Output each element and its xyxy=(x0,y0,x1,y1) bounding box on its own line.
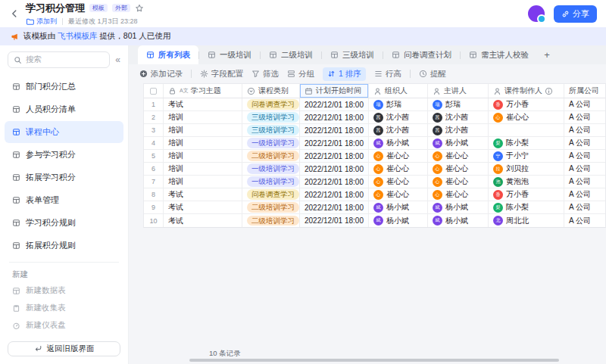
sidebar-item-course-center[interactable]: 课程中心 xyxy=(5,121,123,143)
col-category[interactable]: 课程类别 xyxy=(242,84,300,98)
col-start-time[interactable]: 计划开始时间 xyxy=(300,84,369,98)
col-organizer[interactable]: 组织人 xyxy=(369,84,428,98)
company-cell[interactable]: A 公司 xyxy=(564,188,605,201)
col-courseware-maker[interactable]: 课件制作人 xyxy=(489,84,564,98)
courseware-maker-cell[interactable] xyxy=(489,124,564,136)
tab-level3-training[interactable]: 三级培训 xyxy=(322,45,383,64)
tab-speaker-verification[interactable]: 需主讲人校验 xyxy=(461,45,537,64)
horizontal-scrollbar[interactable] xyxy=(189,359,559,362)
category-cell[interactable]: 问卷调查学习 xyxy=(242,188,300,201)
col-topic[interactable]: A文学习主题 xyxy=(164,84,242,98)
courseware-maker-cell[interactable]: 北周北北 xyxy=(489,214,564,227)
speaker-cell[interactable]: 斌杨小斌 xyxy=(428,137,489,149)
sidebar-item-member-points-list[interactable]: 人员积分清单 xyxy=(5,98,123,120)
speaker-cell[interactable]: 茜沈小茜 xyxy=(428,124,489,136)
company-cell[interactable]: A 公司 xyxy=(564,137,605,149)
courseware-maker-cell[interactable]: 拉刘贝拉 xyxy=(489,163,564,175)
speaker-cell[interactable]: 心崔心心 xyxy=(428,163,489,175)
company-cell[interactable]: A 公司 xyxy=(564,111,605,123)
speaker-cell[interactable]: 斌杨小斌 xyxy=(428,201,489,213)
category-cell[interactable]: 问卷调查学习 xyxy=(242,98,300,110)
col-company[interactable]: 所属公司 xyxy=(564,84,605,98)
speaker-cell[interactable]: 斌杨小斌 xyxy=(428,214,489,227)
organizer-cell[interactable]: 心崔心心 xyxy=(369,150,428,162)
table-row[interactable]: 9考试二级培训学习2022/12/0118:00斌杨小斌斌杨小斌梨陈小梨A 公司 xyxy=(144,201,605,214)
start-time-cell[interactable]: 2022/12/0118:00 xyxy=(300,98,369,110)
speaker-cell[interactable]: 瑞彭瑞 xyxy=(428,98,489,110)
company-cell[interactable]: A 公司 xyxy=(564,98,605,110)
new-datasheet-button[interactable]: 新建数据表 xyxy=(0,282,128,300)
sidebar-item-extended-learning-points[interactable]: 拓展学习积分 xyxy=(5,166,123,188)
filter-button[interactable]: 筛选 xyxy=(251,69,279,79)
topic-cell[interactable]: 培训 xyxy=(164,150,242,162)
remind-button[interactable]: 提醒 xyxy=(419,69,446,79)
organizer-cell[interactable]: 茜沈小茜 xyxy=(369,111,428,123)
company-cell[interactable]: A 公司 xyxy=(564,201,605,213)
courseware-maker-cell[interactable]: 泡黄泡泡 xyxy=(489,176,564,188)
courseware-maker-cell[interactable]: 香万小香 xyxy=(489,188,564,201)
field-config-button[interactable]: 字段配置 xyxy=(200,69,243,79)
organizer-cell[interactable]: 斌杨小斌 xyxy=(369,137,428,149)
table-row[interactable]: 3培训三级培训学习2022/12/0118:00茜沈小茜茜沈小茜A 公司 xyxy=(144,124,605,137)
table-row[interactable]: 7培训一级培训学习2022/12/0118:00心崔心心心崔心心泡黄泡泡A 公司 xyxy=(144,176,605,188)
category-cell[interactable]: 三级培训学习 xyxy=(242,111,300,123)
tab-level1-training[interactable]: 一级培训 xyxy=(199,45,260,64)
topic-cell[interactable]: 培训 xyxy=(164,124,242,136)
topic-cell[interactable]: 考试 xyxy=(164,98,242,110)
start-time-cell[interactable]: 2022/12/0118:00 xyxy=(300,176,369,188)
share-button[interactable]: 分享 xyxy=(554,5,597,23)
topic-cell[interactable]: 培训 xyxy=(164,137,242,149)
tab-all-list[interactable]: 所有列表 xyxy=(138,45,198,64)
sort-button[interactable]: 1 排序 xyxy=(323,67,366,81)
row-height-button[interactable]: 行高 xyxy=(374,69,401,79)
table-row[interactable]: 4培训一级培训学习2022/12/0118:00斌杨小斌斌杨小斌梨陈小梨A 公司 xyxy=(144,137,605,150)
sidebar-item-extended-points-rules[interactable]: 拓展积分规则 xyxy=(5,235,123,257)
category-cell[interactable]: 三级培训学习 xyxy=(242,124,300,136)
start-time-cell[interactable]: 2022/12/0118:00 xyxy=(300,124,369,136)
template-library-link[interactable]: 飞书模板库 xyxy=(58,31,98,40)
organizer-cell[interactable]: 斌杨小斌 xyxy=(369,201,428,213)
category-cell[interactable]: 二级培训学习 xyxy=(242,201,300,213)
start-time-cell[interactable]: 2022/12/0118:00 xyxy=(300,163,369,175)
company-cell[interactable]: A 公司 xyxy=(564,163,605,175)
start-time-cell[interactable]: 2022/12/0118:00 xyxy=(300,188,369,201)
start-time-cell[interactable]: 2022/12/0118:00 xyxy=(300,111,369,123)
add-view-button[interactable]: + xyxy=(537,45,557,64)
organizer-cell[interactable]: 心崔心心 xyxy=(369,163,428,175)
category-cell[interactable]: 一级培训学习 xyxy=(242,137,300,149)
topic-cell[interactable]: 培训 xyxy=(164,163,242,175)
organizer-cell[interactable]: 瑞彭瑞 xyxy=(369,98,428,110)
category-cell[interactable]: 一级培训学习 xyxy=(242,176,300,188)
tab-survey-plan[interactable]: 问卷调查计划 xyxy=(383,45,460,64)
sidebar-item-dept-points-summary[interactable]: 部门积分汇总 xyxy=(5,76,123,98)
topic-cell[interactable]: 考试 xyxy=(164,214,242,227)
back-to-old-version-button[interactable]: 返回旧版界面 xyxy=(8,341,120,356)
courseware-maker-cell[interactable]: 梨陈小梨 xyxy=(489,137,564,149)
table-row[interactable]: 10考试二级培训学习2022/12/0118:00斌杨小斌斌杨小斌北周北北A 公… xyxy=(144,214,605,227)
sidebar-item-participate-learning-points[interactable]: 参与学习积分 xyxy=(5,144,123,166)
new-dashboard-button[interactable]: 新建仪表盘 xyxy=(0,317,128,334)
topic-cell[interactable]: 培训 xyxy=(164,176,242,188)
organizer-cell[interactable]: 心崔心心 xyxy=(369,176,428,188)
col-speaker[interactable]: 主讲人 xyxy=(428,84,489,98)
courseware-maker-cell[interactable]: 梨陈小梨 xyxy=(489,201,564,213)
speaker-cell[interactable]: 心崔心心 xyxy=(428,150,489,162)
add-to-link[interactable]: 添加到 xyxy=(26,17,57,26)
speaker-cell[interactable]: 茜沈小茜 xyxy=(428,111,489,123)
category-cell[interactable]: 一级培训学习 xyxy=(242,163,300,175)
topic-cell[interactable]: 考试 xyxy=(164,201,242,213)
table-row[interactable]: 5培训二级培训学习2022/12/0118:00心崔心心心崔心心宁于小宁A 公司 xyxy=(144,150,605,163)
start-time-cell[interactable]: 2022/12/0118:00 xyxy=(300,150,369,162)
company-cell[interactable]: A 公司 xyxy=(564,150,605,162)
organizer-cell[interactable]: 斌杨小斌 xyxy=(369,214,428,227)
start-time-cell[interactable]: 2022/12/0118:00 xyxy=(300,137,369,149)
group-button[interactable]: 分组 xyxy=(287,69,314,79)
topic-cell[interactable]: 考试 xyxy=(164,188,242,201)
courseware-maker-cell[interactable]: 香万小香 xyxy=(489,98,564,110)
courseware-maker-cell[interactable]: 宁于小宁 xyxy=(489,150,564,162)
user-avatar[interactable] xyxy=(528,5,545,22)
table-row[interactable]: 2培训三级培训学习2022/12/0118:00茜沈小茜茜沈小茜心崔心心A 公司 xyxy=(144,111,605,124)
table-row[interactable]: 1考试问卷调查学习2022/12/0118:00瑞彭瑞瑞彭瑞香万小香A 公司 xyxy=(144,98,605,111)
col-select[interactable] xyxy=(144,84,164,98)
start-time-cell[interactable]: 2022/12/0118:00 xyxy=(300,201,369,213)
